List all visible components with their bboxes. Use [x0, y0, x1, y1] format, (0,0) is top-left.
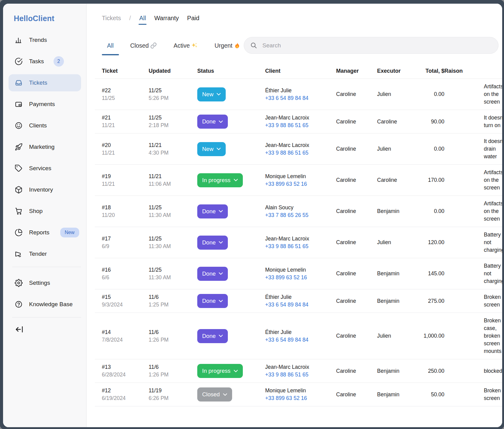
ticket-number: #12	[102, 387, 149, 394]
status-dropdown[interactable]: Done	[197, 236, 228, 250]
raison-text: Broken screen	[484, 293, 502, 309]
breadcrumb-tab-all[interactable]: All	[139, 15, 146, 22]
sidebar-item-label: Tender	[29, 251, 47, 257]
status-dropdown[interactable]: New	[197, 87, 226, 101]
executor-cell: Caroline	[377, 118, 414, 126]
client-phone-link[interactable]: +33 9 88 86 51 65	[265, 122, 336, 129]
sidebar-item-tickets[interactable]: Tickets	[9, 74, 81, 91]
sidebar-item-clients[interactable]: Clients	[9, 117, 81, 134]
sidebar-item-tasks[interactable]: Tasks2	[9, 53, 81, 70]
total-cell: 275.00	[414, 298, 444, 304]
breadcrumb-tabs: AllWarrantyPaid	[139, 15, 199, 22]
client-name: Monique Lemelin	[265, 387, 336, 394]
status-label: Closed	[202, 391, 220, 398]
sidebar-item-services[interactable]: Services	[9, 160, 81, 177]
payments-icon	[15, 100, 23, 108]
ticket-created-date: 11/21	[102, 180, 149, 188]
client-phone-link[interactable]: +33 6 54 89 84 84	[265, 336, 336, 344]
sidebar-item-tender[interactable]: Tender	[9, 245, 81, 262]
status-dropdown[interactable]: Closed	[197, 387, 232, 402]
client-phone-link[interactable]: +33 899 63 52 16	[265, 180, 336, 188]
client-phone-link[interactable]: +33 9 88 86 51 65	[265, 149, 336, 157]
updated-date: 11/25	[149, 87, 197, 94]
client-phone-link[interactable]: +33 9 88 86 51 65	[265, 243, 336, 250]
client-name: Éthier Julie	[265, 87, 336, 94]
sidebar-item-payments[interactable]: Payments	[9, 96, 81, 113]
ticket-cell: #147/8/2024	[102, 328, 149, 344]
search-icon	[250, 42, 258, 49]
table-row[interactable]: #2211/2511/255:26 PMNewÉthier Julie+33 6…	[95, 79, 502, 110]
filter-tab-urgent[interactable]: Urgent	[209, 41, 246, 55]
status-cell: In progress	[197, 173, 265, 187]
tickets-table: TicketUpdatedStatusClientManagerExecutor…	[95, 68, 502, 406]
reports-icon	[15, 229, 23, 237]
sidebar-item-shop[interactable]: Shop	[9, 203, 81, 220]
status-dropdown[interactable]: In progress	[197, 173, 243, 187]
status-dropdown[interactable]: Done	[197, 115, 228, 129]
sidebar-item-inventory[interactable]: Inventory	[9, 181, 81, 198]
ticket-created-date: 11/25	[102, 94, 149, 102]
client-cell: Monique Lemelin+33 899 63 52 16	[265, 387, 336, 402]
table-row[interactable]: #2111/2111/252:18 PMDoneJean-Marc Lacroi…	[95, 110, 502, 134]
filter-tab-active[interactable]: Active	[168, 41, 203, 55]
ticket-number: #13	[102, 363, 149, 371]
client-phone-link[interactable]: +33 9 88 86 51 65	[265, 371, 336, 379]
sidebar-item-trends[interactable]: Trends	[9, 31, 81, 49]
status-dropdown[interactable]: In progress	[197, 364, 243, 378]
collapse-sidebar-icon[interactable]	[15, 325, 24, 334]
status-dropdown[interactable]: Done	[197, 204, 228, 218]
table-row[interactable]: #147/8/202411/61:26 PMDoneÉthier Julie+3…	[95, 313, 502, 359]
updated-cell: 11/61:25 PM	[149, 293, 197, 309]
status-dropdown[interactable]: New	[197, 142, 226, 156]
table-row[interactable]: #2011/2111/214:30 PMNewJean-Marc Lacroix…	[95, 134, 502, 165]
breadcrumb-root[interactable]: Tickets	[102, 15, 121, 22]
ticket-cell: #1811/20	[102, 204, 149, 219]
ticket-cell: #136/28/2024	[102, 363, 149, 379]
table-row[interactable]: #126/19/202411/196:26 PMClosedMonique Le…	[95, 383, 502, 406]
table-row[interactable]: #1811/2011/2511:30 AMDoneAlain Soucy+33 …	[95, 196, 502, 227]
chevron-down-icon	[219, 241, 223, 244]
breadcrumb-tab-paid[interactable]: Paid	[187, 15, 199, 22]
status-label: In progress	[202, 368, 231, 374]
updated-date: 11/25	[149, 266, 197, 274]
table-row[interactable]: #166/611/2511:30 AMDoneMonique Lemelin+3…	[95, 258, 502, 289]
table-row[interactable]: #1911/2111/2111:06 AMIn progressMonique …	[95, 165, 502, 196]
raison-text: Broken screen	[484, 387, 502, 402]
updated-time: 4:30 PM	[149, 149, 197, 157]
status-label: Done	[202, 270, 216, 277]
sidebar-item-reports[interactable]: ReportsNew	[9, 224, 81, 241]
total-cell: 1,000.00	[414, 333, 444, 339]
client-name: Monique Lemelin	[265, 173, 336, 180]
filter-tab-all[interactable]: All	[102, 41, 119, 55]
ticket-cell: #1911/21	[102, 173, 149, 188]
client-phone-link[interactable]: +33 899 63 52 16	[265, 274, 336, 281]
breadcrumb-tab-warranty[interactable]: Warranty	[154, 15, 179, 22]
status-cell: New	[197, 142, 265, 156]
sidebar-item-label: Shop	[29, 208, 43, 215]
table-row[interactable]: #176/911/2511:30 AMDoneJean-Marc Lacroix…	[95, 227, 502, 258]
table-row[interactable]: #136/28/202411/61:26 PMIn progressJean-M…	[95, 359, 502, 383]
status-dropdown[interactable]: Done	[197, 294, 228, 308]
sidebar-item-settings[interactable]: Settings	[9, 274, 81, 292]
filter-tab-closed[interactable]: Closed	[125, 41, 162, 55]
table-body: #2211/2511/255:26 PMNewÉthier Julie+33 6…	[95, 79, 502, 406]
sidebar-item-marketing[interactable]: Marketing	[9, 138, 81, 156]
status-dropdown[interactable]: Done	[197, 267, 228, 281]
updated-date: 11/6	[149, 293, 197, 301]
sidebar-item-knowledge-base[interactable]: Knowledge Base	[9, 296, 81, 313]
search-bar[interactable]	[244, 37, 498, 54]
tender-icon	[15, 250, 23, 258]
client-phone-link[interactable]: +33 6 54 89 84 84	[265, 94, 336, 102]
raison-cell: Battery not charging	[444, 231, 502, 254]
tasks-icon	[15, 57, 23, 65]
status-dropdown[interactable]: Done	[197, 329, 228, 343]
table-row[interactable]: #159/3/202411/61:25 PMDoneÉthier Julie+3…	[95, 289, 502, 313]
trends-icon	[15, 36, 23, 44]
client-phone-link[interactable]: +33 899 63 52 16	[265, 394, 336, 402]
client-phone-link[interactable]: +33 6 54 89 84 84	[265, 301, 336, 309]
status-cell: New	[197, 87, 265, 101]
executor-cell: Benjamin	[377, 391, 414, 398]
search-input[interactable]	[262, 42, 492, 49]
client-phone-link[interactable]: +33 7 88 65 26 55	[265, 211, 336, 219]
manager-cell: Caroline	[336, 207, 377, 215]
